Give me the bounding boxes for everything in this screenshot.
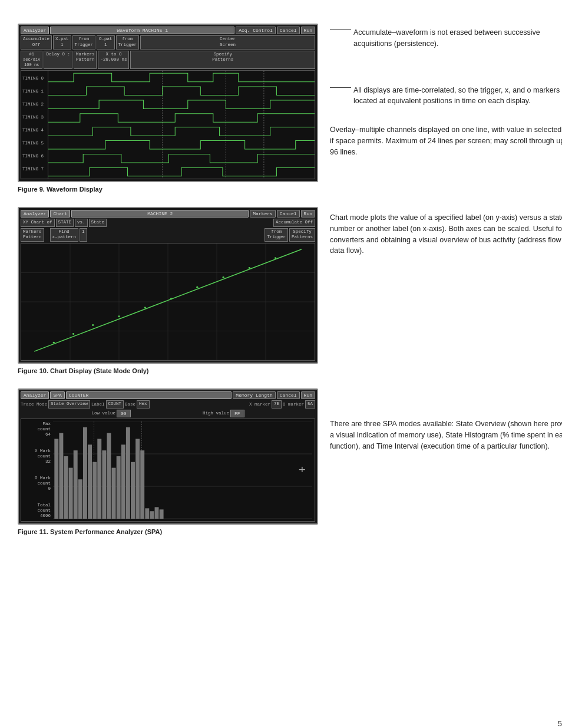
- fig9-markers[interactable]: Markers Pattern: [74, 51, 97, 69]
- fig9-ch7-label: TIMING 7: [21, 163, 48, 176]
- right-section-1: Accumulate–waveform is not erased betwee…: [330, 18, 562, 206]
- fig11-highval[interactable]: FF: [230, 410, 244, 417]
- figure10-screen: Analyzer Chart MACHINE 2 Markers Cancel …: [18, 207, 318, 388]
- figure9-screen: Analyzer Waveform MACHINE 1 Acq. Control…: [18, 24, 318, 207]
- fig11-run-btn[interactable]: Run: [301, 391, 315, 399]
- annotation1-text: Accumulate–waveform is not erased betwee…: [353, 27, 562, 50]
- svg-point-18: [144, 307, 146, 308]
- svg-rect-48: [140, 450, 144, 519]
- fig11-lowval[interactable]: 00: [117, 410, 131, 417]
- fig9-secdiv[interactable]: #1 sec/div 100 ns: [21, 51, 42, 69]
- annotation2-text: All displays are time-correlated, so the…: [353, 85, 562, 107]
- fig10-stateval[interactable]: State: [89, 219, 107, 227]
- fig10-chart-btn[interactable]: Chart: [50, 210, 70, 218]
- fig10-markers-btn[interactable]: Markers: [250, 210, 276, 218]
- fig9-acqcontrol-btn[interactable]: Acq. Control: [236, 27, 276, 34]
- svg-point-22: [249, 267, 250, 269]
- figure9-toolbar: Analyzer Waveform MACHINE 1 Acq. Control…: [21, 27, 315, 34]
- fig10-vs: vs.: [75, 219, 88, 227]
- fig11-xmarkervalue[interactable]: 7E: [272, 400, 282, 409]
- svg-rect-40: [102, 450, 106, 519]
- fig11-tracemodelabel: Trace Mode: [21, 402, 47, 407]
- fig9-ch6-label: TIMING 6: [21, 150, 48, 163]
- figure11-screen: Analyzer SPA COUNTER Memory Length Cance…: [18, 388, 318, 549]
- fig11-tracemodevalue[interactable]: State Overview: [48, 400, 90, 409]
- fig9-run-btn[interactable]: Run: [301, 27, 315, 34]
- svg-rect-43: [117, 456, 121, 519]
- fig11-ylabel-max: Maxcount64: [22, 421, 51, 437]
- svg-rect-36: [83, 427, 87, 519]
- fig9-delay[interactable]: Delay 0 :: [44, 51, 72, 69]
- fig10-markerpattern[interactable]: Markers Pattern: [21, 228, 44, 242]
- svg-point-20: [196, 286, 198, 288]
- fig11-memorylength-btn[interactable]: Memory Length: [233, 391, 275, 399]
- fig11-lowhi-row: Low value 00 High value FF: [21, 410, 315, 417]
- figure11-toolbar: Analyzer SPA COUNTER Memory Length Cance…: [21, 391, 315, 399]
- svg-point-19: [170, 298, 172, 300]
- fig9-waveform-area: TIMING 0 TIMING 1 TIMING 2 TIMING 3 TIMI…: [21, 70, 315, 179]
- svg-rect-44: [121, 444, 125, 519]
- fig10-findxpat[interactable]: Find x-pattern: [50, 228, 79, 242]
- fig10-fromtrig[interactable]: from Trigger: [265, 228, 288, 242]
- fig10-accoff[interactable]: Accumulate Off: [273, 219, 315, 227]
- svg-rect-51: [155, 507, 159, 519]
- fig11-spa-btn[interactable]: SPA: [50, 391, 64, 399]
- figure10-toolbar: Analyzer Chart MACHINE 2 Markers Cancel …: [21, 210, 315, 218]
- fig11-spa-area: Maxcount64 X Markcount32 O Markcount0 To…: [21, 419, 315, 522]
- fig9-ch2-label: TIMING 2: [21, 98, 48, 111]
- svg-rect-33: [69, 467, 73, 518]
- svg-point-23: [275, 257, 276, 259]
- fig9-controls2: #1 sec/div 100 ns Delay 0 : Markers Patt…: [21, 51, 315, 69]
- fig11-ylabel-total: Totalcount4096: [22, 503, 51, 519]
- fig11-cancel-btn[interactable]: Cancel: [277, 391, 300, 399]
- right-section-3: There are three SPA modes available: Sta…: [330, 407, 562, 452]
- fig9-ch5-label: TIMING 5: [21, 137, 48, 150]
- fig11-ylabel-xmark: X Markcount32: [22, 449, 51, 465]
- fig11-ylabel-omark: O Markcount0: [22, 476, 51, 492]
- page-number: 5: [558, 719, 562, 728]
- fig11-omarkerlabel: O marker: [283, 402, 304, 407]
- svg-rect-46: [131, 462, 135, 519]
- fig10-cancel-btn[interactable]: Cancel: [277, 210, 300, 218]
- fig10-statelabel[interactable]: STATE: [56, 219, 74, 227]
- fig9-specifypatterns[interactable]: Specify Patterns: [130, 51, 315, 69]
- fig9-waveform-btn[interactable]: Waveform MACHINE 1: [50, 27, 234, 34]
- fig9-ch3-label: TIMING 3: [21, 111, 48, 124]
- fig9-xpat[interactable]: X-pat 1: [53, 35, 71, 50]
- fig10-xyrow: XY Chart of STATE vs. State Accumulate O…: [21, 219, 315, 227]
- fig11-counter-btn[interactable]: COUNTER: [66, 391, 232, 399]
- svg-point-16: [92, 324, 94, 326]
- fig11-xmarkerlabel: X marker: [249, 402, 270, 407]
- fig11-labellabel: Label: [91, 402, 105, 407]
- fig9-controls1: Accumulate Off X-pat 1 from Trigger O-pa…: [21, 35, 315, 50]
- fig10-analyzer-btn[interactable]: Analyzer: [21, 210, 49, 218]
- fig9-fromtrig2[interactable]: from Trigger: [116, 35, 140, 50]
- fig10-machine-btn[interactable]: MACHINE 2: [71, 210, 249, 218]
- fig10-num1[interactable]: 1: [80, 228, 87, 242]
- fig9-analyzer-btn[interactable]: Analyzer: [21, 27, 49, 34]
- fig9-fromtrig1[interactable]: from Trigger: [72, 35, 96, 50]
- fig9-xto0[interactable]: X to O -28,000 ns: [98, 51, 129, 69]
- fig9-centerscreen[interactable]: Center Screen: [140, 35, 315, 50]
- svg-rect-39: [97, 439, 101, 519]
- svg-rect-50: [150, 511, 154, 519]
- fig11-labelvalue[interactable]: COUNT: [106, 400, 124, 409]
- fig11-caption: Figure 11. System Performance Analyzer (…: [18, 528, 318, 535]
- fig11-basevalue[interactable]: Hex: [137, 400, 150, 409]
- svg-point-17: [118, 315, 120, 317]
- fig11-omarkervalue[interactable]: 5A: [305, 400, 315, 409]
- fig9-opat[interactable]: O-pat 1: [97, 35, 115, 50]
- annotation5-text: There are three SPA modes available: Sta…: [330, 419, 562, 452]
- fig10-specpat[interactable]: Specify Patterns: [289, 228, 315, 242]
- svg-rect-42: [112, 467, 116, 518]
- svg-rect-49: [145, 508, 149, 519]
- fig9-accumulate[interactable]: Accumulate Off: [21, 35, 52, 50]
- svg-rect-37: [88, 444, 92, 519]
- fig9-cancel-btn[interactable]: Cancel: [277, 27, 300, 34]
- svg-point-15: [72, 333, 74, 335]
- fig9-caption: Figure 9. Waveform Display: [18, 186, 318, 193]
- fig9-waveform-traces: [48, 71, 315, 179]
- fig10-run-btn[interactable]: Run: [301, 210, 315, 218]
- fig11-analyzer-btn[interactable]: Analyzer: [21, 391, 49, 399]
- fig10-controls2: Markers Pattern Find x-pattern 1 from Tr…: [21, 228, 315, 242]
